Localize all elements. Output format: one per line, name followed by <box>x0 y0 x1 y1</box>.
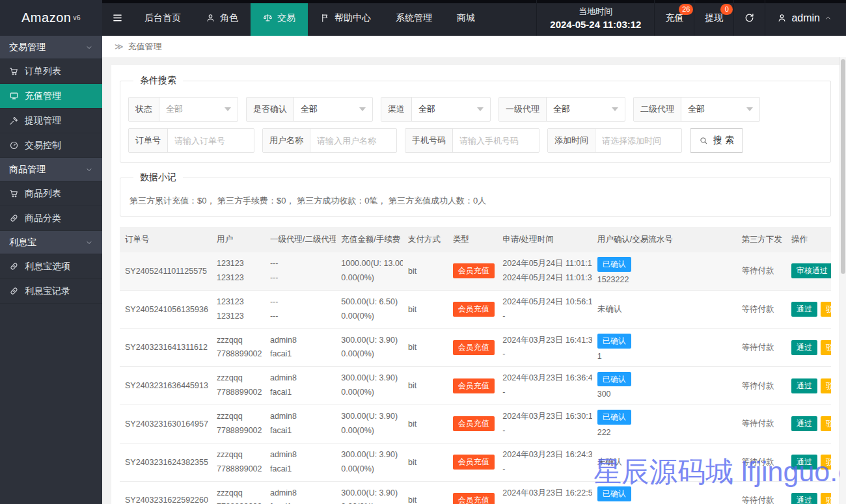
approve-button[interactable]: 通过 <box>791 416 817 431</box>
agent-cell-line1: --- <box>270 257 331 271</box>
search-row-inputs: 订单号用户名称手机号码添加时间 搜 索 <box>128 128 823 153</box>
user-cell: zzzqqq7788899002 <box>212 481 265 504</box>
order-cell: SY2403231624382355 <box>120 443 212 481</box>
sidebar-item[interactable]: 订单列表 <box>0 59 102 84</box>
search-button[interactable]: 搜 索 <box>690 128 743 153</box>
nav-item-2[interactable]: 角色 <box>193 0 251 36</box>
field-order-no-input[interactable] <box>168 129 254 152</box>
third-party-cell: 等待付款 <box>737 290 787 328</box>
sidebar-toggle-button[interactable] <box>102 0 132 36</box>
sidebar-item[interactable]: 商品列表 <box>0 181 102 206</box>
refresh-button[interactable] <box>733 0 765 36</box>
type-cell: 会员充值 <box>448 367 498 405</box>
breadcrumb-icon: ≫ <box>115 42 124 51</box>
filter-agent-level1-select[interactable]: 全部 <box>547 98 625 121</box>
nav-item-1[interactable]: 后台首页 <box>132 0 193 36</box>
approve-button[interactable]: 审核通过 <box>791 263 831 278</box>
sidebar-item[interactable]: 商品分类 <box>0 206 102 231</box>
link-icon <box>9 261 19 271</box>
withdraw-notice-button[interactable]: 提现 0 <box>694 0 733 36</box>
filter-confirmed-select[interactable]: 全部 <box>294 98 372 121</box>
app-logo-text: Amazon <box>21 10 71 25</box>
pay-method: bit <box>408 496 416 504</box>
approve-button[interactable]: 通过 <box>791 378 817 393</box>
nav-item-4[interactable]: 帮助中心 <box>308 0 383 36</box>
amount-cell-line2: 0.00(0%) <box>341 462 398 477</box>
flow-number: 222 <box>597 427 731 438</box>
third-party-cell: 等待付款 <box>737 443 787 481</box>
sidebar-item[interactable]: 提现管理 <box>0 109 102 133</box>
table-row: SY2403231641311612zzzqqq7788899002admin8… <box>120 328 831 367</box>
sidebar-item[interactable]: 利息宝选项 <box>0 254 102 279</box>
pay-method-cell: bit <box>403 443 448 481</box>
scrollbar-track[interactable] <box>839 57 846 504</box>
type-cell: 会员充值 <box>448 481 498 504</box>
pay-method-cell: bit <box>403 328 448 367</box>
nav-item-6[interactable]: 商城 <box>444 0 487 36</box>
field-username-input[interactable] <box>310 129 396 152</box>
reject-button[interactable]: 驳回 <box>821 493 831 504</box>
approve-button[interactable]: 通过 <box>791 302 817 317</box>
agent-cell-line2: facai1 <box>270 500 331 504</box>
sidebar-group[interactable]: 利息宝 <box>0 231 102 254</box>
field-phone-input[interactable] <box>453 129 539 152</box>
nav-item-3[interactable]: 交易 <box>251 0 308 36</box>
reject-button[interactable]: 驳回 <box>821 455 831 470</box>
type-cell: 会员充值 <box>448 252 498 290</box>
pay-method: bit <box>408 381 416 390</box>
app-logo: Amazonv6 <box>0 0 102 36</box>
user-menu[interactable]: admin <box>765 0 846 36</box>
nav-item-5[interactable]: 系统管理 <box>383 0 444 36</box>
order-no: SY2403231636445913 <box>125 381 208 390</box>
gauge-icon <box>9 140 19 150</box>
field-username: 用户名称 <box>262 128 397 153</box>
approve-button[interactable]: 通过 <box>791 493 817 504</box>
sidebar-item[interactable]: 充值管理 <box>0 84 102 109</box>
third-party-cell: 等待付款 <box>737 481 787 504</box>
third-party-status: 等待付款 <box>742 419 774 428</box>
apply-time: 2024年03月23日 16:36:44 <box>502 371 586 386</box>
field-add-time-input[interactable] <box>595 129 681 152</box>
order-no: SY2405241056135936 <box>125 305 208 314</box>
reject-button[interactable]: 驳回 <box>821 340 831 355</box>
filter-channel-select[interactable]: 全部 <box>412 98 490 121</box>
order-cell: SY2403231622592260 <box>120 481 212 504</box>
table-body: SY2405241101125575123123123123------1000… <box>120 252 831 504</box>
sidebar-item[interactable]: 利息宝记录 <box>0 279 102 304</box>
order-cell: SY2403231636445913 <box>120 367 212 405</box>
dropdown-arrow-icon <box>612 107 618 111</box>
table-row: SY2405241056135936123123123123------500.… <box>120 290 831 328</box>
nav-item-label: 后台首页 <box>144 12 181 24</box>
user-icon <box>777 13 787 23</box>
approve-button[interactable]: 通过 <box>791 455 817 470</box>
reject-button[interactable]: 驳回 <box>821 302 831 317</box>
gavel-icon <box>9 116 19 126</box>
dropdown-arrow-icon <box>477 107 484 111</box>
reject-button[interactable]: 驳回 <box>821 378 831 393</box>
table-header: 订单号用户一级代理/二级代理充值金额/手续费支付方式类型申请/处理时间用户确认/… <box>120 227 831 252</box>
field-phone: 手机号码 <box>405 128 539 153</box>
reject-button[interactable]: 驳回 <box>821 416 831 431</box>
sidebar-item[interactable]: 交易控制 <box>0 133 102 158</box>
filter-channel: 渠道全部 <box>381 97 491 122</box>
amount-cell-line2: 0.00(0%) <box>341 310 398 324</box>
sidebar-group[interactable]: 交易管理 <box>0 36 102 59</box>
filter-agent-level2-select[interactable]: 全部 <box>681 98 759 121</box>
third-party-status: 等待付款 <box>742 457 774 466</box>
process-time: - <box>502 347 586 362</box>
chevron-down-icon <box>85 239 93 246</box>
user-cell: 123123123123 <box>212 252 265 290</box>
approve-button[interactable]: 通过 <box>791 340 817 355</box>
agent-cell: admin8facai1 <box>265 328 336 367</box>
filter-status-select[interactable]: 全部 <box>159 98 238 121</box>
recharge-notice-button[interactable]: 充值 26 <box>654 0 694 36</box>
sidebar-group[interactable]: 商品管理 <box>0 158 102 181</box>
third-party-cell: 等待付款 <box>737 367 787 405</box>
breadcrumb: ≫ 充值管理 <box>102 36 846 57</box>
process-time: - <box>502 310 586 324</box>
pay-method-cell: bit <box>403 481 448 504</box>
user-cell-line2: 7788899002 <box>217 424 260 438</box>
cart-icon <box>9 66 19 76</box>
search-icon <box>699 136 708 145</box>
scrollbar-thumb[interactable] <box>841 59 845 274</box>
